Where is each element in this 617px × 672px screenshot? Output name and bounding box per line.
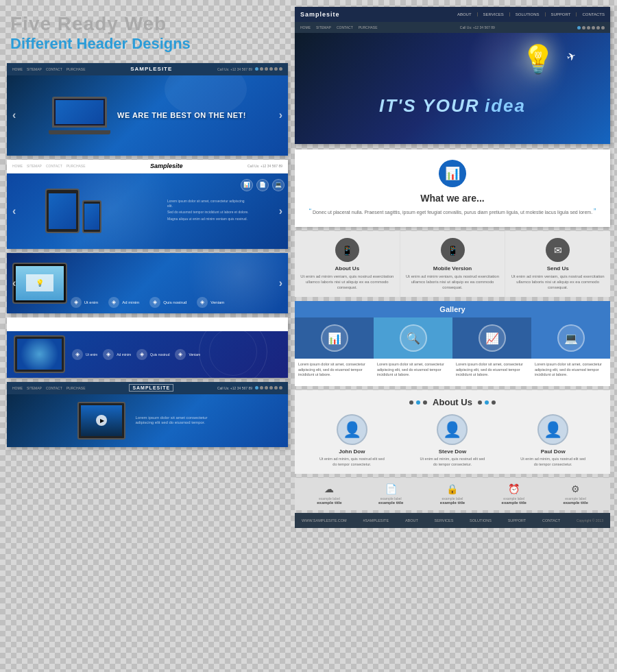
gallery-section: Gallery 📊 Lorem ipsum dolor sit amet, co… — [295, 301, 610, 386]
title-line2: Different Header Designs — [10, 35, 285, 53]
mockup2-nav: HOME SITEMAP CONTACT PURCHASE Samplesite… — [7, 160, 288, 173]
footer-icon-gear: ⚙ — [546, 483, 605, 494]
right-column: Samplesite ABOUT SERVICES SOLUTIONS SUPP… — [295, 7, 610, 665]
footer-link-hash[interactable]: #SAMPLESITE — [363, 518, 389, 523]
mockup1-phone: Call Us: +12 34 567 89 — [217, 67, 282, 71]
feature-text-3: Ut enim ad minim veniam, quis nostrud ex… — [511, 274, 605, 290]
mockup4-screen — [17, 339, 62, 370]
member-name-paul: Paul Dow — [519, 448, 588, 455]
right-nav: Samplesite ABOUT SERVICES SOLUTIONS SUPP… — [295, 7, 610, 22]
mockup4-icons-row: ◈ Ut enim ◈ Ad minim ◈ Quis nostrud ◈ — [72, 349, 200, 360]
right-hero: 💡 ✈ IT'S YOUR idea — [295, 33, 610, 144]
mockup1-logo: SAMPLESITE — [130, 66, 172, 72]
gallery-cell-2: 🔍 Lorem ipsum dolor sit amet, consectetu… — [374, 317, 452, 386]
mockup5-hero: ▶ Lorem ipsum dolor sit amet consectetur… — [7, 394, 288, 447]
mockup2-phone: Call Us: +12 34 567 89 — [247, 164, 282, 168]
bottom-icon-2: ◈ Ad minim — [108, 297, 139, 308]
dots-row — [255, 67, 282, 71]
bottom-icons-bar: ◈ Ut enim ◈ Ad minim ◈ Quis nostrud ◈ Ve… — [7, 297, 288, 308]
mockup-card-4: HOME SITEMAP CONTACT PURCHASE ◈ Ut enim — [7, 317, 288, 378]
mockup2-nav-links: HOME SITEMAP CONTACT PURCHASE — [12, 164, 86, 168]
nav-home: HOME — [12, 67, 23, 71]
bottom-icon-4: ◈ Veniam — [197, 297, 224, 308]
mockup5-nav-links: HOME SITEMAP CONTACT PURCHASE — [12, 386, 86, 390]
icon-circle-1: ◈ — [71, 297, 82, 308]
dot-1 — [255, 67, 258, 71]
gallery-cell-4: 💻 Lorem ipsum dolor sit amet, consectetu… — [531, 317, 610, 386]
bulb-icon: 💡 — [521, 43, 555, 75]
main-container: Five Ready Web Different Header Designs … — [0, 0, 617, 672]
footer-feature-3: 🔒 example label example title — [424, 483, 482, 505]
dot-4 — [269, 67, 273, 71]
dot-decoration-right — [478, 400, 496, 405]
footer-link-solutions[interactable]: SOLUTIONS — [470, 518, 492, 523]
quote-left: “ — [309, 208, 311, 215]
phone-screen — [84, 204, 99, 230]
footer-feature-5: ⚙ example label example title — [546, 483, 605, 505]
tablet-screen — [49, 193, 76, 229]
gallery-text-2: Lorem ipsum dolor sit amet, consectetur … — [374, 359, 452, 386]
title-area: Five Ready Web Different Header Designs — [7, 7, 288, 63]
feature-send-us: ✉ Send Us Ut enim ad minim veniam, quis … — [505, 231, 610, 297]
dot-2 — [260, 67, 263, 71]
phone-icon — [82, 200, 101, 233]
about-title: About Us — [433, 397, 472, 407]
mockup1-hero: ‹ WE ARE THE BEST ON THE NET! › — [7, 75, 288, 156]
dot-6 — [279, 67, 282, 71]
footer-link-about[interactable]: ABOUT — [405, 518, 418, 523]
mockup1-hero-text: WE ARE THE BEST ON THE NET! — [117, 111, 246, 119]
nav-sitemap: SITEMAP — [27, 67, 42, 71]
gallery-cell-3: 📈 Lorem ipsum dolor sit amet, consectetu… — [452, 317, 531, 386]
hero-tagline: IT'S YOUR idea — [379, 95, 526, 117]
carousel2-left[interactable]: ‹ — [12, 205, 16, 217]
feature-icon-3: ✉ — [546, 238, 570, 262]
play-icon: ▶ — [96, 415, 107, 426]
footer-feature-1: ☁ example label example title — [300, 483, 359, 505]
gallery-text-3: Lorem ipsum dolor sit amet, consectetur … — [452, 359, 531, 386]
footer-nav: WWW.SAMPLESITE.COM #SAMPLESITE ABOUT SER… — [295, 513, 610, 528]
icon-circle-4: ◈ — [197, 297, 208, 308]
mockup-card-2: HOME SITEMAP CONTACT PURCHASE Samplesite… — [7, 160, 288, 249]
member-name-john: John Dow — [317, 448, 386, 455]
feature-title-2: Mobile Version — [406, 265, 500, 272]
gallery-icon-1: 📊 — [295, 317, 374, 359]
circle-icon-chart: 📊 — [241, 179, 253, 191]
gallery-cell-1: 📊 Lorem ipsum dolor sit amet, consectetu… — [295, 317, 374, 386]
dot-3 — [265, 67, 268, 71]
circle-icon-monitor: 💻 — [272, 179, 285, 191]
footer-icon-doc: 📄 — [362, 483, 420, 494]
team-member-steve: 👤 Steve Dow Ut enim ad minim, quis nostr… — [418, 414, 487, 466]
mockup2-logo: Samplesite — [150, 163, 183, 169]
footer-link-services[interactable]: SERVICES — [435, 518, 454, 523]
carousel-right-arrow[interactable]: › — [279, 109, 282, 121]
laptop-base — [49, 130, 110, 134]
footer-icon-clock: ⏰ — [485, 483, 543, 494]
carousel-left-arrow[interactable]: ‹ — [12, 109, 16, 121]
mockup5-logo: SAMPLESITE — [129, 384, 173, 392]
mockup5-nav: HOME SITEMAP CONTACT PURCHASE SAMPLESITE… — [7, 382, 288, 394]
nav-contact: CONTACT — [46, 67, 62, 71]
right-subnav: HOME SITEMAP CONTACT PURCHASE Call Us: +… — [295, 22, 610, 33]
m4-icon-4: ◈ Veniam — [175, 349, 200, 360]
member-name-steve: Steve Dow — [418, 448, 487, 455]
paper-plane-icon: ✈ — [565, 49, 578, 64]
footer-copyright: Copyright © 2013 — [577, 518, 603, 523]
footer-link-contact[interactable]: CONTACT — [542, 518, 560, 523]
mockup-card-1: HOME SITEMAP CONTACT PURCHASE SAMPLESITE… — [7, 63, 288, 156]
footer-link-www[interactable]: WWW.SAMPLESITE.COM — [302, 518, 347, 523]
carousel3-right[interactable]: › — [279, 277, 282, 289]
footer-feature-2: 📄 example label example title — [362, 483, 420, 505]
mockup2-hero: ‹ 📊 📄 💻 Lorem ipsum dolor sit amet, cons… — [7, 173, 288, 249]
icon-circle-2: ◈ — [108, 297, 119, 308]
footer-link-support[interactable]: SUPPORT — [508, 518, 527, 523]
gallery-text-1: Lorem ipsum dolor sit amet, consectetur … — [295, 359, 374, 386]
gallery-icon-2: 🔍 — [374, 317, 452, 359]
icon-circle-3: ◈ — [149, 297, 160, 308]
carousel2-right[interactable]: › — [279, 205, 282, 217]
mockup2-text: Lorem ipsum dolor sit amet, consectetur … — [167, 199, 250, 223]
m4-icon-2: ◈ Ad minim — [103, 349, 131, 360]
what-icon: 📊 — [439, 160, 466, 187]
gallery-text-4: Lorem ipsum dolor sit amet, consectetur … — [531, 359, 610, 386]
dot-decoration-left — [409, 400, 427, 405]
carousel3-left[interactable]: ‹ — [12, 277, 16, 289]
